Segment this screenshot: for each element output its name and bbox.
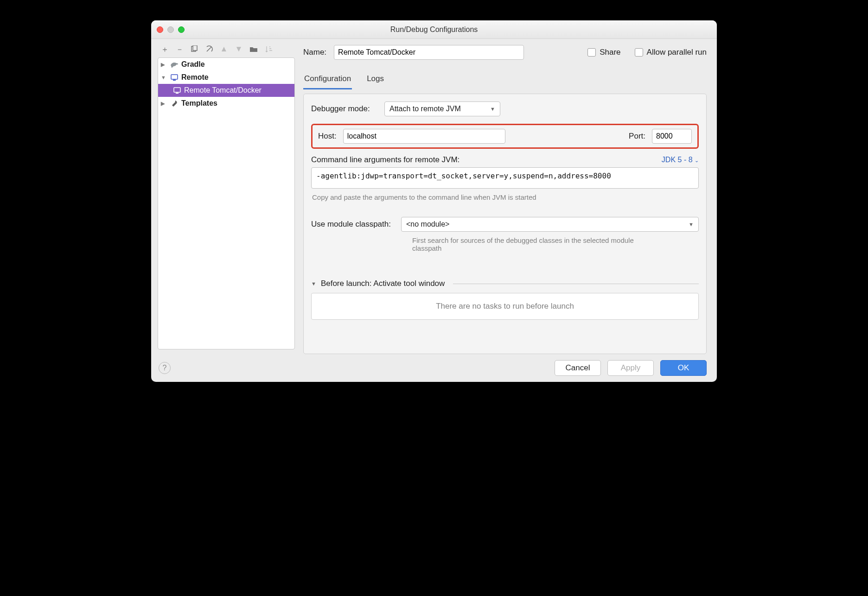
name-input[interactable] [334,45,524,60]
close-window-icon[interactable] [157,26,163,33]
cmdline-hint: Copy and paste the arguments to the comm… [312,193,698,201]
apply-button[interactable]: Apply [607,360,654,376]
jdk-version-dropdown[interactable]: JDK 5 - 8 ⌄ [662,156,699,164]
cancel-button[interactable]: Cancel [555,360,601,376]
chevron-down-icon: ▼ [161,75,168,80]
wrench-icon [169,100,179,107]
tree-item-label: Remote Tomcat/Docker [184,86,262,95]
cmdline-label: Command line arguments for remote JVM: [311,155,460,165]
before-launch-empty-text: There are no tasks to run before launch [436,302,574,311]
svg-rect-3 [173,80,176,81]
window-controls [157,26,185,33]
debugger-mode-value: Attach to remote JVM [389,105,461,113]
dialog-body: ＋ － ▲ ▼ [151,39,717,382]
before-launch-header[interactable]: ▼ Before launch: Activate tool window [311,279,699,288]
minimize-window-icon[interactable] [167,26,174,33]
share-label: Share [600,48,620,57]
left-pane: ＋ － ▲ ▼ [151,39,295,354]
chevron-down-icon: ▼ [311,281,316,286]
port-label: Port: [629,132,645,141]
copy-icon[interactable] [190,45,198,53]
svg-rect-2 [171,75,178,79]
remote-icon [172,87,182,94]
move-down-icon: ▼ [235,44,243,54]
remote-icon [169,74,179,81]
tab-configuration[interactable]: Configuration [303,71,352,89]
port-input[interactable] [652,129,692,144]
tree-item-gradle[interactable]: ▶ Gradle [158,58,294,71]
configuration-panel: Debugger mode: Attach to remote JVM ▼ Ho… [303,94,707,354]
chevron-down-icon: ▼ [490,106,495,112]
folder-icon[interactable] [249,45,258,53]
svg-rect-4 [174,88,180,92]
chevron-down-icon: ▼ [689,222,694,227]
remove-icon[interactable]: － [175,44,184,55]
maximize-window-icon[interactable] [178,26,185,33]
host-input[interactable] [343,129,505,144]
chevron-right-icon: ▶ [161,62,168,68]
tree-item-remote-tomcat-docker[interactable]: Remote Tomcat/Docker [158,84,294,97]
allow-parallel-checkbox[interactable]: Allow parallel run [635,48,707,57]
before-launch-list: There are no tasks to run before launch [311,293,699,320]
tree-item-templates[interactable]: ▶ Templates [158,97,294,110]
chevron-down-icon: ⌄ [695,158,699,163]
dialog-footer: ? Cancel Apply OK [151,354,717,382]
host-label: Host: [318,132,337,141]
move-up-icon: ▲ [220,44,228,54]
edit-defaults-icon[interactable] [205,45,213,53]
name-label: Name: [303,48,326,57]
debugger-mode-select[interactable]: Attach to remote JVM ▼ [384,101,500,116]
titlebar: Run/Debug Configurations [151,20,717,39]
right-pane: Name: Share Allow parallel run Configura… [295,39,717,354]
svg-rect-5 [176,93,179,94]
tree-item-remote[interactable]: ▼ Remote [158,71,294,84]
allow-parallel-label: Allow parallel run [647,48,707,57]
debugger-mode-label: Debugger mode: [311,104,384,114]
module-classpath-label: Use module classpath: [311,220,391,229]
tree-item-label: Gradle [181,60,205,69]
tree-item-label: Templates [181,99,217,108]
svg-rect-1 [193,45,197,51]
share-checkbox[interactable]: Share [587,48,620,57]
config-tabs: Configuration Logs [303,71,707,90]
before-launch-label: Before launch: Activate tool window [321,279,445,288]
tree-toolbar: ＋ － ▲ ▼ [158,44,295,57]
module-classpath-select[interactable]: <no module> ▼ [401,217,699,232]
cmdline-arguments-field[interactable]: -agentlib:jdwp=transport=dt_socket,serve… [311,167,699,189]
sort-icon [264,45,273,53]
config-tree[interactable]: ▶ Gradle ▼ Remote [158,57,295,349]
window-title: Run/Debug Configurations [151,25,717,34]
gradle-icon [169,61,179,68]
module-classpath-hint: First search for sources of the debugged… [412,236,635,252]
run-debug-config-window: Run/Debug Configurations ＋ － ▲ ▼ [151,20,717,382]
add-icon[interactable]: ＋ [160,44,169,55]
module-classpath-value: <no module> [406,220,449,228]
help-button[interactable]: ? [159,362,171,374]
ok-button[interactable]: OK [660,360,707,376]
chevron-right-icon: ▶ [161,101,168,107]
before-launch-section: ▼ Before launch: Activate tool window Th… [311,279,699,320]
tab-logs[interactable]: Logs [366,71,385,89]
tree-item-label: Remote [181,73,209,82]
host-port-highlight: Host: Port: [311,124,699,149]
